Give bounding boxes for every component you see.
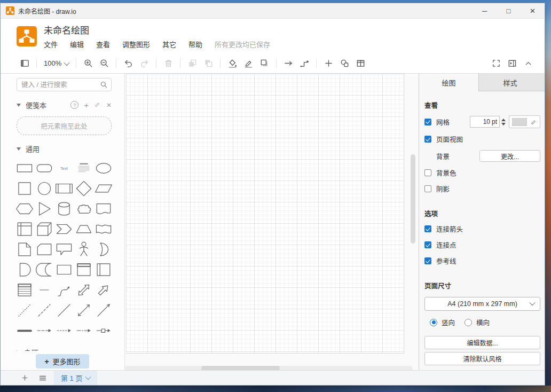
scratchpad-add-icon[interactable]: + — [84, 100, 89, 109]
scratchpad-edit-icon[interactable] — [94, 101, 101, 109]
shape-dashed-arrow-3[interactable] — [74, 320, 94, 341]
tab-diagram[interactable]: 绘图 — [419, 74, 479, 91]
shape-rectangle[interactable] — [14, 158, 34, 178]
minimize-button[interactable]: ─ — [473, 3, 497, 18]
zoom-in-button[interactable] — [80, 57, 96, 70]
insert-button[interactable] — [320, 57, 336, 70]
fill-color-button[interactable] — [224, 57, 240, 70]
shape-ellipse[interactable] — [94, 158, 114, 178]
vertical-scrollbar[interactable] — [411, 74, 415, 365]
shape-square[interactable] — [14, 178, 34, 199]
shape-cylinder[interactable] — [54, 199, 74, 219]
guides-checkbox[interactable] — [424, 257, 431, 264]
shape-horizontal-container[interactable] — [94, 260, 114, 280]
shape-container[interactable] — [54, 260, 74, 280]
shape-card[interactable] — [34, 239, 54, 260]
shape-trapezoid[interactable] — [74, 219, 94, 239]
shape-text[interactable]: Text — [54, 158, 74, 178]
scratchpad-help-icon[interactable]: ? — [70, 101, 78, 109]
shape-arrow[interactable] — [94, 280, 114, 300]
undo-button[interactable] — [120, 57, 136, 70]
connection-arrow-button[interactable] — [280, 57, 296, 70]
shape-bidirectional-connector[interactable] — [74, 300, 94, 320]
menu-arrange[interactable]: 调整图形 — [122, 39, 150, 49]
shape-callout[interactable] — [54, 239, 74, 260]
horizontal-scrollbar-thumb[interactable] — [201, 366, 280, 370]
shape-link[interactable] — [14, 320, 34, 341]
connection-arrows-checkbox[interactable] — [424, 225, 431, 232]
grid-color-picker[interactable] — [509, 115, 540, 128]
menu-view[interactable]: 查看 — [96, 39, 110, 49]
shape-list[interactable] — [14, 280, 34, 300]
shape-triangle[interactable] — [34, 199, 54, 219]
background-color-checkbox[interactable] — [424, 169, 431, 176]
scratchpad-header[interactable]: 便笺本 ? + ✕ — [17, 100, 112, 110]
clear-default-style-button[interactable]: 清除默认风格 — [424, 352, 540, 365]
shape-internal-storage[interactable] — [14, 219, 34, 239]
change-background-button[interactable]: 更改... — [479, 150, 540, 162]
shape-bidirectional-arrow[interactable] — [74, 280, 94, 300]
menu-edit[interactable]: 编辑 — [70, 39, 84, 49]
shape-tape[interactable] — [94, 219, 114, 239]
zoom-dropdown[interactable]: 100% — [41, 57, 72, 70]
edit-data-button[interactable]: 编辑数据... — [424, 336, 540, 349]
shape-hexagon[interactable] — [14, 199, 34, 219]
shape-actor[interactable] — [74, 239, 94, 260]
document-title[interactable]: 未命名绘图 — [44, 23, 270, 36]
page-tab[interactable]: 第 1 页 — [54, 371, 97, 385]
shape-note[interactable] — [14, 239, 34, 260]
shape-vertical-container[interactable] — [74, 260, 94, 280]
shape-dashed-line[interactable] — [34, 300, 54, 320]
line-color-button[interactable] — [240, 57, 256, 70]
format-panel-button[interactable] — [504, 57, 520, 70]
shape-dotted-line[interactable] — [14, 300, 34, 320]
misc-section-header[interactable]: 杂项 — [17, 347, 112, 351]
drawing-canvas[interactable] — [125, 74, 419, 370]
shape-textbox[interactable] — [74, 158, 94, 178]
fullscreen-button[interactable] — [488, 57, 504, 70]
shape-or[interactable] — [94, 239, 114, 260]
toggle-panels-button[interactable] — [17, 57, 33, 70]
page-size-select[interactable]: A4 (210 mm x 297 mm) — [424, 297, 540, 311]
shape-directional-connector[interactable] — [94, 300, 114, 320]
search-input[interactable] — [17, 78, 112, 91]
portrait-radio[interactable] — [430, 319, 437, 326]
search-icon[interactable] — [100, 81, 108, 91]
shape-dashed-arrow[interactable] — [34, 320, 54, 341]
shadow-button[interactable] — [256, 57, 272, 70]
page-view-checkbox[interactable] — [424, 136, 431, 143]
shape-parallelogram[interactable] — [94, 178, 114, 199]
shape-cloud[interactable] — [74, 199, 94, 219]
table-button[interactable] — [352, 57, 368, 70]
shape-diamond[interactable] — [74, 178, 94, 199]
shape-rounded-rectangle[interactable] — [34, 158, 54, 178]
menu-extras[interactable]: 其它 — [162, 39, 176, 49]
close-button[interactable]: ✕ — [521, 3, 545, 18]
grid-size-input[interactable]: 10 pt — [470, 116, 500, 128]
shape-document[interactable] — [94, 199, 114, 219]
pages-menu-button[interactable] — [34, 371, 52, 385]
waypoints-button[interactable] — [296, 57, 312, 70]
more-shapes-button[interactable]: + 更多图形 — [36, 354, 89, 369]
shape-process[interactable] — [54, 178, 74, 199]
general-section-header[interactable]: 通用 — [17, 144, 112, 154]
connection-points-checkbox[interactable] — [424, 241, 431, 248]
shape-and[interactable] — [14, 260, 34, 280]
shape-dashed-arrow-2[interactable] — [54, 320, 74, 341]
scratchpad-close-icon[interactable]: ✕ — [106, 101, 112, 109]
menu-help[interactable]: 帮助 — [188, 39, 202, 49]
tab-style[interactable]: 样式 — [479, 74, 541, 91]
shape-circle[interactable] — [34, 178, 54, 199]
collapse-button[interactable] — [520, 57, 536, 70]
menu-file[interactable]: 文件 — [44, 39, 58, 49]
grid-size-stepper[interactable] — [501, 119, 506, 126]
insert-shape-button[interactable] — [336, 57, 352, 70]
vertical-scrollbar-thumb[interactable] — [411, 154, 415, 244]
shape-labeled-arrow[interactable] — [94, 320, 114, 341]
shape-line[interactable] — [54, 300, 74, 320]
shape-data-storage[interactable] — [34, 260, 54, 280]
landscape-radio[interactable] — [465, 319, 472, 326]
maximize-button[interactable]: □ — [497, 3, 521, 18]
horizontal-scrollbar[interactable] — [125, 366, 413, 370]
zoom-out-button[interactable] — [96, 57, 112, 70]
